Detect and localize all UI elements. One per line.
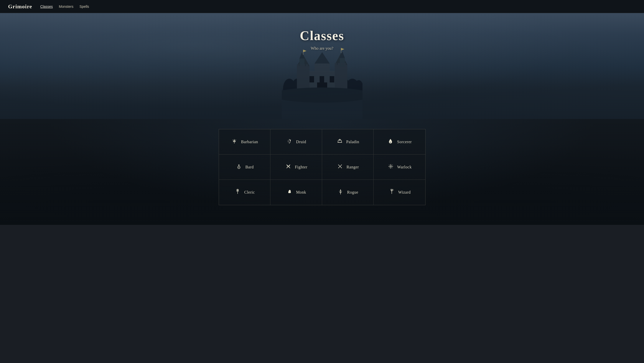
- svg-marker-73: [340, 189, 341, 191]
- nav-classes[interactable]: Classes: [40, 5, 53, 9]
- svg-point-52: [340, 166, 340, 167]
- svg-line-64: [237, 189, 237, 190]
- class-ranger[interactable]: Ranger: [322, 155, 374, 180]
- svg-marker-21: [299, 52, 304, 58]
- page-title: Classes: [300, 28, 344, 43]
- svg-rect-74: [340, 193, 341, 194]
- hero-subtitle: Who are you?: [311, 46, 333, 51]
- paladin-label: Paladin: [346, 140, 359, 144]
- svg-rect-18: [315, 64, 330, 71]
- svg-line-44: [287, 166, 288, 166]
- svg-point-33: [282, 87, 362, 103]
- svg-rect-7: [310, 76, 314, 82]
- svg-line-63: [238, 189, 239, 190]
- class-fighter[interactable]: Fighter: [270, 155, 322, 180]
- monk-icon: [286, 189, 293, 196]
- svg-rect-27: [303, 64, 305, 66]
- svg-marker-13: [303, 50, 306, 52]
- svg-rect-9: [330, 76, 334, 82]
- svg-rect-26: [300, 64, 302, 66]
- svg-rect-32: [344, 63, 346, 65]
- bard-label: Bard: [245, 165, 254, 169]
- warlock-icon: [387, 164, 394, 171]
- svg-rect-30: [338, 63, 340, 65]
- class-barbarian[interactable]: Barbarian: [219, 129, 271, 155]
- barbarian-label: Barbarian: [241, 140, 258, 144]
- wizard-label: Wizard: [398, 190, 411, 195]
- rogue-label: Rogue: [347, 190, 358, 195]
- svg-rect-31: [341, 63, 343, 65]
- svg-line-78: [393, 189, 393, 190]
- navbar: Grimoire Classes Monsters Spells: [0, 0, 644, 13]
- paladin-icon: [336, 138, 343, 145]
- fighter-label: Fighter: [295, 165, 307, 169]
- class-sorcerer[interactable]: Sorcerer: [374, 129, 425, 155]
- sorcerer-icon: [387, 138, 394, 145]
- ranger-label: Ranger: [347, 165, 359, 169]
- svg-rect-28: [306, 64, 308, 66]
- sorcerer-label: Sorcerer: [397, 140, 412, 144]
- monk-label: Monk: [296, 190, 306, 195]
- fighter-icon: [285, 164, 292, 171]
- ranger-icon: [337, 164, 344, 171]
- svg-marker-17: [341, 48, 344, 50]
- nav-spells[interactable]: Spells: [79, 5, 89, 9]
- svg-rect-70: [289, 190, 290, 191]
- warlock-label: Warlock: [397, 165, 412, 169]
- svg-line-45: [289, 166, 290, 166]
- hero-section: Classes Who are you?: [0, 13, 644, 119]
- wizard-icon: [388, 189, 395, 196]
- classes-section: Barbarian Druid: [0, 119, 644, 225]
- rogue-icon: [337, 189, 344, 196]
- bard-icon: [235, 164, 242, 171]
- class-wizard[interactable]: Wizard: [374, 180, 425, 205]
- svg-rect-29: [335, 63, 337, 65]
- svg-line-80: [390, 189, 391, 189]
- class-warlock[interactable]: Warlock: [374, 155, 425, 180]
- svg-point-41: [238, 167, 239, 168]
- class-bard[interactable]: Bard: [219, 155, 271, 180]
- svg-rect-67: [290, 191, 291, 193]
- svg-rect-66: [288, 191, 289, 193]
- svg-marker-19: [315, 52, 330, 64]
- app-logo[interactable]: Grimoire: [8, 3, 32, 10]
- druid-icon: [286, 138, 293, 145]
- nav-links: Classes Monsters Spells: [40, 4, 89, 9]
- class-cleric[interactable]: Cleric: [219, 180, 271, 205]
- svg-point-77: [391, 190, 392, 191]
- svg-rect-25: [297, 64, 299, 66]
- cleric-label: Cleric: [244, 190, 255, 195]
- class-rogue[interactable]: Rogue: [322, 180, 374, 205]
- class-druid[interactable]: Druid: [270, 129, 322, 155]
- class-monk[interactable]: Monk: [270, 180, 322, 205]
- druid-label: Druid: [296, 140, 306, 144]
- classes-grid: Barbarian Druid: [219, 129, 426, 205]
- cleric-icon: [234, 189, 241, 196]
- nav-monsters[interactable]: Monsters: [59, 5, 73, 9]
- svg-point-58: [390, 166, 391, 167]
- barbarian-icon: [231, 138, 238, 145]
- svg-point-35: [290, 140, 291, 141]
- svg-rect-8: [320, 76, 324, 82]
- class-paladin[interactable]: Paladin: [322, 129, 374, 155]
